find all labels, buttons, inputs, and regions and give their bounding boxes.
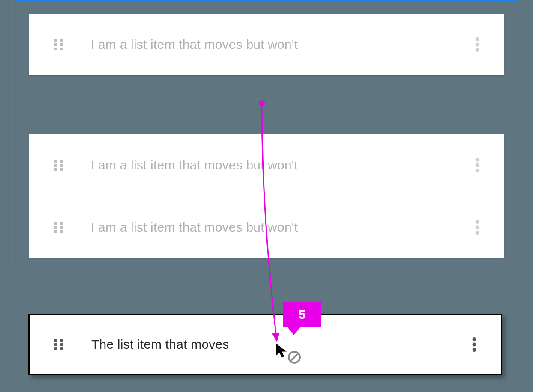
list-item-label: The list item that moves [91,337,472,352]
svg-point-0 [476,37,479,41]
list-item[interactable]: I am a list item that moves but won't [29,196,504,258]
svg-point-3 [476,158,479,162]
list-item[interactable]: I am a list item that moves but won't [29,134,504,196]
list-item-label: I am a list item that moves but won't [91,37,475,52]
dragged-list-item[interactable]: The list item that moves [28,314,502,375]
drop-placeholder [29,75,504,134]
drag-handle-icon[interactable] [53,39,64,50]
svg-point-9 [473,337,476,341]
drag-handle-icon[interactable] [54,339,65,350]
svg-point-10 [473,343,476,347]
more-vertical-icon[interactable] [475,157,480,173]
list-group: I am a list item that moves but won't I … [29,134,504,258]
svg-point-7 [476,225,479,229]
list-item[interactable]: I am a list item that moves but won't [29,14,504,75]
list-item-label: I am a list item that moves but won't [91,220,475,235]
drag-handle-icon[interactable] [53,222,64,233]
svg-point-6 [476,220,479,223]
svg-point-2 [476,48,479,52]
list-item-label: I am a list item that moves but won't [91,158,475,172]
more-vertical-icon[interactable] [472,337,477,352]
svg-point-8 [476,231,479,235]
svg-point-5 [476,169,479,172]
svg-point-1 [476,43,479,47]
drag-handle-icon[interactable] [53,160,64,171]
svg-point-11 [473,348,476,352]
more-vertical-icon[interactable] [475,37,480,52]
svg-point-4 [476,163,479,167]
drop-zone[interactable]: I am a list item that moves but won't I … [15,0,518,270]
more-vertical-icon[interactable] [475,220,480,235]
